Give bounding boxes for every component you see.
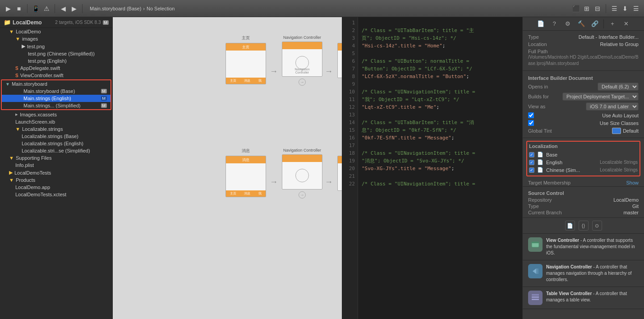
svg-marker-2 — [533, 268, 536, 274]
sb-screen-2: Button — [337, 43, 342, 78]
show-link[interactable]: Show — [626, 180, 639, 185]
main-storyboard-group: ▼ Main.storyboard Main.storyboard (Base)… — [1, 79, 111, 110]
sidebar-item-localdemo-xctest[interactable]: LocalDemoTests.xctest — [0, 191, 112, 198]
qh-vc-icon — [528, 237, 543, 252]
loc-name-chinese: Chinese (Sim... — [546, 167, 597, 173]
stop-button[interactable]: ■ — [14, 4, 23, 13]
auto-layout-checkbox[interactable] — [528, 112, 534, 118]
sidebar-item-localdemodests[interactable]: ▶ LocalDemoTests — [0, 169, 112, 176]
sidebar-label: test.png — [27, 44, 45, 49]
loc-checkbox-base[interactable]: ✓ — [529, 152, 534, 157]
sidebar-item-localizable-simplified[interactable]: Localizable.stri...se (Simplified) — [0, 147, 112, 154]
editor-version[interactable]: ⊟ — [593, 4, 602, 13]
sidebar-item-products[interactable]: ▼ Products — [0, 176, 112, 184]
badge-m-simplified: M — [101, 103, 107, 108]
file-icon: ▶ — [22, 43, 25, 49]
tint-color-swatch[interactable] — [612, 128, 621, 134]
sidebar-label: Localizable.stri...se (Simplified) — [22, 148, 90, 153]
qh-nav-controller: Navigation Controller - A controller tha… — [523, 260, 644, 287]
loc-checkbox-chinese[interactable]: ✓ — [529, 167, 534, 173]
folder-icon-tests: ▶ — [9, 170, 13, 176]
sidebar-item-viewcontroller[interactable]: S ViewController.swift — [0, 72, 112, 79]
sc-title: Source Control — [523, 189, 644, 197]
sidebar-item-localdemo-app[interactable]: LocalDemo.app — [0, 184, 112, 191]
toolbar: ▶ ■ 📱 ⚠ ◀ ▶ Main.storyboard (Base) › No … — [0, 0, 644, 17]
insp-gear-icon[interactable]: ⚙ — [563, 19, 573, 29]
insp-build-icon[interactable]: 🔨 — [576, 19, 586, 29]
run-button[interactable]: ▶ — [4, 4, 13, 13]
forward-button[interactable]: ▶ — [69, 4, 78, 13]
insp-question-icon[interactable]: ? — [549, 19, 559, 29]
insp-link-icon[interactable]: 🔗 — [590, 19, 600, 29]
breadcrumb-storyboard[interactable]: Main.storyboard (Base) — [90, 6, 141, 11]
sidebar-label: LocalDemo — [16, 29, 41, 34]
loc-name-english: English — [546, 160, 597, 165]
loc-type-chinese: Localizable Strings — [600, 167, 638, 172]
navigator-toggle[interactable]: ☰ — [610, 4, 619, 13]
editor-standard[interactable]: ⬛ — [571, 4, 580, 13]
code-line-12: "Lqt-xZ-tC9".title = "Me"; — [362, 103, 519, 111]
sidebar-item-supporting-files[interactable]: ▼ Supporting Files — [0, 154, 112, 162]
loc-checkbox-english[interactable]: ✓ — [529, 160, 534, 165]
sidebar-item-launchscreen[interactable]: LaunchScreen.xib — [0, 118, 112, 125]
qh-code-icon[interactable]: {} — [579, 221, 589, 231]
sb-msg-navbar-1: 消息 — [226, 156, 266, 163]
sidebar-item-images[interactable]: ▼ images — [0, 35, 112, 42]
debug-toggle[interactable]: ⬇ — [621, 4, 630, 13]
sidebar-item-info-plist[interactable]: Info.plist — [0, 162, 112, 169]
project-name: LocalDemo — [13, 19, 42, 26]
sb-navctrl-navbar-1 — [282, 42, 322, 49]
sidebar-item-test-png[interactable]: ▶ test.png — [0, 42, 112, 50]
sidebar-label: Localizable.strings (Base) — [22, 134, 78, 139]
scheme-selector[interactable]: 📱 — [31, 4, 40, 13]
sc-type-label: Type — [528, 203, 539, 209]
opens-in-select[interactable]: Default (6.2) — [598, 83, 639, 91]
sidebar-item-localdemo-folder[interactable]: ▼ LocalDemo — [0, 28, 112, 35]
sidebar-item-main-storyboard[interactable]: ▼ Main.storyboard — [2, 80, 110, 88]
sidebar-item-localizable-strings[interactable]: ▼ Localizable.strings — [0, 125, 112, 133]
sb-nav-title-1: 主页 — [242, 45, 249, 50]
sidebar-item-main-storyboard-base[interactable]: Main.storyboard (Base) M — [2, 88, 110, 95]
sb-navctrl-screen-1: Navigation Controller — [282, 42, 322, 77]
sidebar-item-localizable-english[interactable]: Localizable.strings (English) — [0, 140, 112, 147]
qh-nc-icon — [528, 264, 543, 278]
sidebar-item-localizable-base[interactable]: Localizable.strings (Base) — [0, 133, 112, 140]
badge-m: M — [101, 89, 107, 93]
swift-icon: S — [15, 66, 18, 71]
editor-assistant[interactable]: ⊞ — [582, 4, 591, 13]
sidebar-label: LocalDemoTests.xctest — [15, 192, 66, 197]
qh-doc-icon[interactable]: 📄 — [565, 221, 575, 231]
sidebar-item-test-png-chinese[interactable]: test.png (Chinese (Simplified)) — [0, 50, 112, 57]
location-value: Relative to Group — [600, 42, 639, 47]
inspector-toggle[interactable]: ☰ — [631, 4, 640, 13]
sidebar-item-main-strings-simplified[interactable]: Main.strings... (Simplified) M — [2, 102, 110, 109]
qh-nc-text: Navigation Controller - A controller tha… — [546, 264, 639, 283]
sidebar-item-images-xcassets[interactable]: ▸ Images.xcassets — [0, 111, 112, 118]
sidebar-item-test-png-english[interactable]: test.png (English) — [0, 57, 112, 65]
qh-icons-row: 📄 {} ⊙ — [523, 218, 644, 234]
insp-close-icon[interactable]: ✕ — [621, 19, 631, 29]
qh-view-controller: View Controller - A controller that supp… — [523, 234, 644, 260]
toolbar-sep-2 — [55, 4, 55, 13]
builds-for-select[interactable]: Project Deployment Target... — [562, 92, 639, 101]
sb-navctrl-screen-2 — [282, 154, 322, 190]
sc-branch-row: Current Branch master — [523, 209, 644, 216]
qh-nc-title: Navigation Controller — [546, 264, 592, 269]
size-classes-checkbox[interactable] — [528, 120, 534, 126]
sb-circle-2 — [295, 169, 309, 182]
sb-screen-msg-2: 消息 消息 — [337, 148, 342, 191]
qh-circle-icon[interactable]: ⊙ — [592, 221, 602, 231]
inspector: 📄 ? ⚙ 🔨 🔗 + ✕ Type Default - Interface B… — [522, 17, 644, 319]
code-line-17 — [362, 142, 519, 149]
toolbar-right: ⬛ ⊞ ⊟ ☰ ⬇ ☰ — [571, 4, 640, 13]
view-as-select[interactable]: iOS 7.0 and Later — [586, 102, 639, 111]
sidebar-item-appdelegate[interactable]: S AppDelegate.swift — [0, 65, 112, 72]
sidebar-item-main-strings-english[interactable]: Main.strings (English) M — [2, 95, 110, 102]
code-line-11: "我"; ObjectID = "Lqt-xZ-tC9"; */ — [362, 96, 519, 103]
insp-file-icon[interactable]: 📄 — [536, 19, 546, 29]
storyboard-icon: ▼ — [5, 82, 10, 87]
back-button[interactable]: ◀ — [59, 4, 68, 13]
sb-screen-1-group: 主页 主页 主页 消息 我 — [225, 35, 266, 84]
insp-plus-icon[interactable]: + — [607, 19, 617, 29]
m-badge-project: M — [103, 20, 109, 25]
